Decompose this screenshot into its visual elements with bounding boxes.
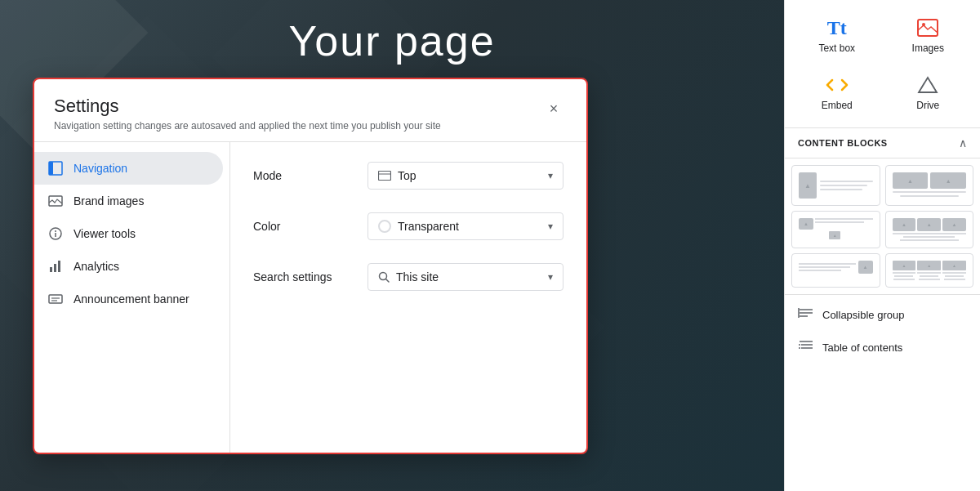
search-value: This site (378, 270, 439, 283)
toc-icon (798, 339, 814, 355)
blocks-grid: ▲ ▲ ▲ (785, 158, 980, 294)
block-thumb-3[interactable]: ▲ ▲ (791, 211, 880, 248)
nav-label-brand-images: Brand images (74, 194, 144, 208)
modal-header-text: Settings Navigation setting changes are … (54, 96, 441, 132)
svg-point-17 (922, 23, 925, 26)
special-items: Collapsible group Table of contents (785, 294, 980, 367)
main-content-area: Your page Settings Navigation setting ch… (0, 0, 784, 491)
color-value: Transparent (378, 220, 459, 233)
mode-label: Mode (253, 169, 368, 182)
table-of-contents-item[interactable]: Table of contents (785, 331, 980, 364)
analytics-icon (47, 258, 64, 275)
nav-item-viewer-tools[interactable]: Viewer tools (34, 217, 223, 250)
color-label: Color (253, 220, 368, 233)
tool-drive[interactable]: Drive (883, 64, 974, 121)
settings-sidebar: Navigation Brand images (34, 142, 230, 453)
search-value-text: This site (396, 270, 439, 283)
svg-line-15 (386, 279, 390, 283)
settings-content: Mode Top ▾ Color (230, 142, 586, 453)
collapsible-group-label: Collapsible group (822, 309, 904, 321)
drive-icon (916, 74, 939, 96)
collapse-button[interactable]: ∧ (959, 136, 967, 150)
svg-rect-12 (379, 172, 391, 181)
search-icon (378, 271, 390, 283)
svg-rect-9 (49, 295, 62, 303)
text-box-icon: Tt (826, 16, 849, 39)
nav-item-navigation[interactable]: Navigation (34, 152, 223, 185)
block-thumb-5[interactable]: ▲ (791, 253, 880, 288)
color-dropdown-arrow: ▾ (548, 221, 553, 232)
nav-item-analytics[interactable]: Analytics (34, 250, 223, 283)
mode-value-text: Top (398, 169, 416, 182)
content-blocks-title: CONTENT BLOCKS (798, 138, 888, 148)
tool-embed-label: Embed (822, 100, 853, 111)
mode-value: Top (378, 169, 416, 182)
tool-embed[interactable]: Embed (791, 64, 883, 121)
mode-dropdown[interactable]: Top ▾ (368, 162, 564, 190)
content-blocks-header: CONTENT BLOCKS ∧ (785, 128, 980, 158)
page-title: Your page (288, 16, 495, 65)
block-thumb-6[interactable]: ▲ ▲ ▲ (885, 253, 974, 288)
svg-rect-1 (49, 162, 53, 175)
images-icon (916, 16, 939, 39)
search-label: Search settings (253, 270, 368, 283)
block-thumb-2[interactable]: ▲ ▲ (885, 165, 974, 206)
svg-rect-7 (54, 264, 56, 272)
svg-point-24 (799, 344, 800, 346)
color-dropdown[interactable]: Transparent ▾ (368, 212, 564, 240)
svg-point-25 (799, 347, 800, 349)
block-thumb-1[interactable]: ▲ (791, 165, 880, 206)
mode-setting-row: Mode Top ▾ (253, 162, 564, 190)
search-dropdown-arrow: ▾ (548, 271, 553, 283)
tool-text-box-label: Text box (818, 42, 855, 54)
collapsible-group-item[interactable]: Collapsible group (785, 298, 980, 331)
svg-rect-8 (58, 261, 60, 272)
search-dropdown[interactable]: This site ▾ (368, 263, 564, 291)
viewer-tools-icon (47, 225, 64, 242)
right-sidebar: Tt Text box Images Embed (784, 0, 980, 491)
color-setting-row: Color Transparent ▾ (253, 212, 564, 240)
nav-label-viewer-tools: Viewer tools (74, 227, 136, 240)
tool-images[interactable]: Images (883, 7, 974, 64)
tools-grid: Tt Text box Images Embed (785, 0, 980, 128)
block-thumb-4[interactable]: ▲ ▲ ▲ (885, 211, 974, 248)
embed-icon (826, 74, 849, 96)
settings-modal: Settings Navigation setting changes are … (33, 78, 588, 454)
announcement-banner-icon (47, 291, 64, 307)
color-circle-icon (378, 220, 391, 233)
mode-dropdown-arrow: ▾ (548, 170, 553, 181)
tool-drive-label: Drive (916, 100, 939, 111)
nav-item-announcement-banner[interactable]: Announcement banner (34, 283, 223, 315)
svg-point-4 (55, 230, 56, 232)
modal-header: Settings Navigation setting changes are … (34, 79, 586, 142)
nav-label-navigation: Navigation (74, 162, 127, 175)
tool-text-box[interactable]: Tt Text box (791, 7, 883, 64)
search-setting-row: Search settings This site ▾ (253, 263, 564, 291)
mode-screen-icon (378, 171, 391, 181)
nav-label-analytics: Analytics (74, 260, 119, 273)
tool-images-label: Images (912, 42, 944, 54)
svg-rect-6 (50, 267, 52, 272)
toc-label: Table of contents (822, 341, 902, 354)
collapsible-group-icon (798, 306, 814, 323)
brand-images-icon (47, 193, 64, 209)
modal-title: Settings (54, 96, 441, 117)
nav-label-announcement-banner: Announcement banner (74, 292, 189, 306)
navigation-icon (47, 160, 64, 176)
color-value-text: Transparent (398, 220, 459, 233)
nav-item-brand-images[interactable]: Brand images (34, 185, 223, 217)
modal-subtitle: Navigation setting changes are autosaved… (54, 120, 441, 132)
modal-close-button[interactable]: × (541, 96, 567, 122)
modal-body: Navigation Brand images (34, 142, 586, 453)
